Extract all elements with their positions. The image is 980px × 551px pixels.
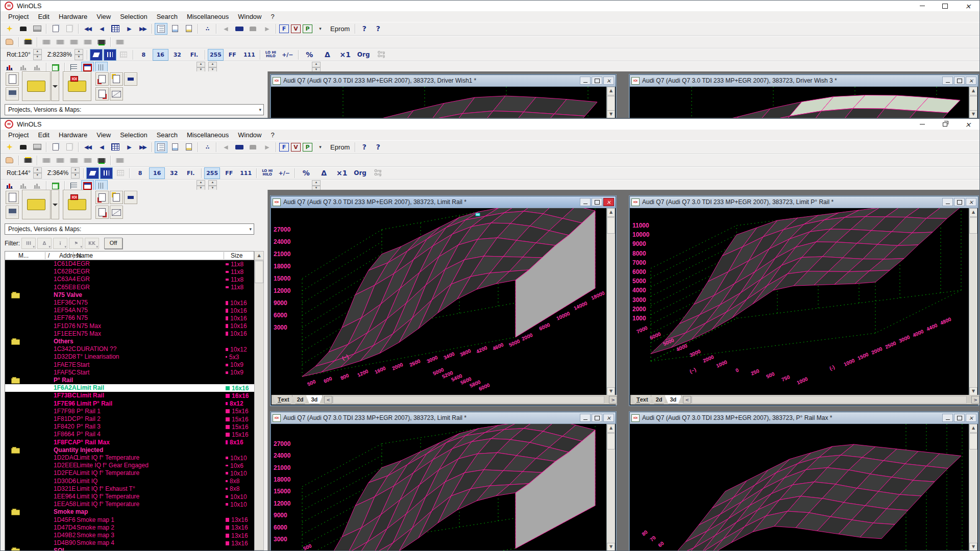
scatter-icon[interactable]: ∴ xyxy=(201,23,213,35)
map-3d-view[interactable]: 1000 xyxy=(630,87,970,118)
print-icon[interactable] xyxy=(31,141,43,153)
spin-up-icon[interactable]: ▲ xyxy=(33,167,42,173)
spin-up-icon[interactable]: ▲ xyxy=(208,62,217,67)
view-grid-icon[interactable] xyxy=(117,49,130,61)
map-folder-row[interactable]: Quantity Injected xyxy=(5,446,255,454)
scroll-down-icon[interactable]: ▼ xyxy=(969,110,977,118)
map-folder-row[interactable]: N75 Valve xyxy=(5,291,255,299)
new-project-wizard-icon[interactable] xyxy=(3,23,16,35)
window-titlebar[interactable]: ∞ WinOLS × xyxy=(1,1,979,11)
scatter-icon[interactable]: ∴ xyxy=(201,141,213,153)
scrollbar-thumb[interactable] xyxy=(607,433,615,449)
minimize-button[interactable] xyxy=(580,77,591,85)
column-header-[interactable]: / xyxy=(48,252,50,259)
column-divider[interactable] xyxy=(73,252,74,259)
filter-off-button[interactable]: Off xyxy=(104,238,122,249)
map-row[interactable]: 1EF54AN7510x16 xyxy=(5,307,255,314)
export-file-button[interactable] xyxy=(95,87,109,101)
filter-bars-button[interactable]: ΙΙΙ xyxy=(21,238,36,249)
tab-2d[interactable]: 2d xyxy=(292,395,309,404)
hand-icon[interactable] xyxy=(3,155,16,166)
maximize-button[interactable] xyxy=(592,77,602,85)
map-row[interactable]: 1C62BCEGR11x8 xyxy=(5,268,255,276)
map-row[interactable]: 1C65E8EGR11x8 xyxy=(5,284,255,291)
help-icon[interactable]: ? xyxy=(358,141,371,153)
previous-difference-icon[interactable]: ◀ xyxy=(219,23,232,35)
format-float-button[interactable]: Fl. xyxy=(186,49,202,61)
recent-document-icon[interactable] xyxy=(182,141,195,153)
tab-2d[interactable]: 2d xyxy=(651,395,668,404)
map-row[interactable]: 1D49B2Smoke map 313x16 xyxy=(5,532,255,539)
projects-combobox[interactable]: Projects, Versions & Maps: ▾ xyxy=(5,104,264,115)
map-row[interactable]: 1F8FCAP° Rail Max8x16 xyxy=(5,439,255,446)
map-3d-view[interactable]: 2700024000210001800015000120009000600030… xyxy=(272,424,607,551)
display-hex-button[interactable]: FF xyxy=(221,167,237,179)
percent-button[interactable]: % xyxy=(301,49,318,61)
map-window-lr2[interactable]: IOIAudi Q7 (Audi Q7 3.0 TDI 233 MP+EGR 2… xyxy=(271,412,616,551)
search-document-icon[interactable] xyxy=(168,141,181,153)
menu-miscellaneous[interactable]: Miscellaneous xyxy=(182,130,233,140)
previous-difference-icon[interactable]: ◀ xyxy=(219,141,232,153)
window-p-icon[interactable]: P xyxy=(303,143,312,152)
new-document-button[interactable] xyxy=(6,191,19,204)
map-folder-row[interactable]: P° Rail xyxy=(5,377,255,384)
project-hat-icon[interactable] xyxy=(17,141,30,153)
scroll-up-icon[interactable]: ▲ xyxy=(969,424,977,433)
map-row[interactable]: 1F8420P° Rail 315x16 xyxy=(5,423,255,431)
map-row[interactable]: 1FAE7EStart10x9 xyxy=(5,361,255,369)
save-button[interactable] xyxy=(6,206,19,219)
first-version-icon[interactable]: ◀◀ xyxy=(81,23,94,35)
map-row[interactable]: 1F7F98P° Rail 115x16 xyxy=(5,408,255,415)
spin-up-icon[interactable]: ▲ xyxy=(75,49,83,55)
map-row[interactable]: 1D47D4Smoke map 213x16 xyxy=(5,524,255,532)
window-p-icon[interactable]: P xyxy=(303,24,312,33)
delta-button[interactable]: Δ xyxy=(315,167,332,179)
column-divider[interactable] xyxy=(224,252,224,259)
rotation-spinner[interactable]: ▲▼ xyxy=(33,167,42,179)
map-row[interactable]: 1EEA58Limit IQ f° Temperature10x10 xyxy=(5,500,255,508)
close-button[interactable]: × xyxy=(603,77,614,85)
close-button[interactable]: × xyxy=(966,198,976,206)
view-dropdown[interactable]: ▾ xyxy=(314,141,327,153)
close-button[interactable]: × xyxy=(603,198,614,206)
map-row[interactable]: 1EF766N7510x16 xyxy=(5,314,255,322)
menu-view[interactable]: View xyxy=(92,12,115,21)
map-list-scrollbar[interactable]: ▲ xyxy=(254,251,264,550)
scroll-right-icon[interactable]: > xyxy=(971,396,979,404)
tree-view-icon[interactable] xyxy=(155,23,167,35)
import-wizard-button[interactable] xyxy=(110,191,123,204)
menu-[interactable]: ? xyxy=(266,130,279,140)
spin-up-icon[interactable]: ▲ xyxy=(197,62,205,67)
menu-view[interactable]: View xyxy=(92,130,115,140)
map-window-titlebar[interactable]: IOIAudi Q7 (Audi Q7 3.0 TDI 233 MP+EGR 2… xyxy=(630,196,978,208)
minimize-button[interactable] xyxy=(911,119,934,130)
display-decimal-button[interactable]: 255 xyxy=(204,167,220,179)
filter-info-button[interactable]: ī xyxy=(53,238,67,249)
rotation-spinner[interactable]: ▲▼ xyxy=(33,49,42,60)
context-help-icon[interactable]: ? xyxy=(372,23,384,35)
map-window-titlebar[interactable]: IOIAudi Q7 (Audi Q7 3.0 TDI 233 MP+EGR 2… xyxy=(271,196,616,208)
menu-selection[interactable]: Selection xyxy=(115,130,152,140)
factor-button[interactable]: ×1 xyxy=(337,49,354,61)
scrollbar-thumb[interactable] xyxy=(969,433,977,449)
map-row[interactable]: 1C342CDURATION ??10x12 xyxy=(5,345,255,353)
column-header-m[interactable]: M... xyxy=(18,252,29,259)
view-bars-icon[interactable] xyxy=(100,167,113,179)
original-button[interactable]: Org xyxy=(355,49,373,61)
map-row[interactable]: 1D2FEALimit IQ f° Temperature10x10 xyxy=(5,469,255,477)
format-float-button[interactable]: Fl. xyxy=(183,167,199,179)
map-row[interactable]: 1F73BCLimit Rail16x16 xyxy=(5,392,255,399)
map-row[interactable]: 1F6A2ALimit Rail16x16 xyxy=(5,384,255,392)
format-32bit-button[interactable]: 32 xyxy=(166,167,182,179)
map-3d-view[interactable]: 807060 xyxy=(630,424,970,551)
format-32bit-button[interactable]: 32 xyxy=(169,49,185,61)
spin-up-icon[interactable]: ▲ xyxy=(71,167,80,173)
scroll-down-icon[interactable]: ▼ xyxy=(607,110,615,118)
map-window-titlebar[interactable]: IOIAudi Q7 (Audi Q7 3.0 TDI 233 MP+EGR 2… xyxy=(271,412,616,424)
map-row[interactable]: 1C63A4EGR11x8 xyxy=(5,276,255,283)
scroll-down-icon[interactable]: ▼ xyxy=(607,543,615,551)
chip-verify-icon[interactable] xyxy=(67,36,80,48)
map-row[interactable]: 1EF36CN7510x16 xyxy=(5,299,255,307)
map-row[interactable]: 1F81DCP° Rail 215x16 xyxy=(5,415,255,423)
map-row[interactable]: 1F1D76N75 Max10x16 xyxy=(5,322,255,330)
